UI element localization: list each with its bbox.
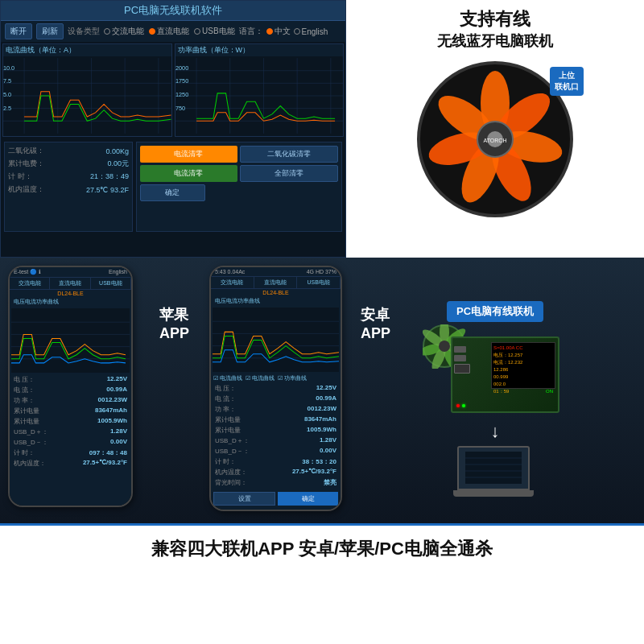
pc-wired-section: PC电脑有线联机 <box>354 301 636 497</box>
circuit-display: S=01.00A CC 电压：12.257 电流：12.232 12.286 0… <box>491 342 555 389</box>
power-chart-svg: 2000 1750 1250 750 <box>175 56 344 135</box>
power-chart-grid: 2000 1750 1250 750 <box>175 56 344 135</box>
circuit-area: PC电脑有线联机 <box>354 266 636 515</box>
android-status-bar: 5:43 0.04Ac 4G HD 37% <box>211 267 341 277</box>
apple-tab-ac[interactable]: 交流电能 <box>10 278 50 289</box>
apple-energy-row: 累计电量 1005.9Wh <box>10 416 131 427</box>
top-section: PC电脑无线联机软件 断开 刷新 设备类型 交流电能 直流电能 <box>0 0 644 258</box>
android-phone-tabs: 交流电能 直流电能 USB电能 <box>211 277 341 289</box>
display-line2: 电压：12.257 <box>493 352 553 359</box>
lang-en-option[interactable]: English <box>294 27 328 36</box>
middle-section: E-test 🔵 ℹ English 交流电能 直流电能 USB电能 DL24-… <box>0 258 644 523</box>
apple-device-label: DL24-BLE <box>10 290 131 297</box>
product-title-line2: 无线蓝牙电脑联机 <box>437 31 553 51</box>
bottom-banner-text: 兼容四大联机APP 安卓/苹果/PC电脑全通杀 <box>151 537 493 561</box>
svg-text:750: 750 <box>175 105 185 112</box>
lang-group: 语言： 中文 English <box>239 26 328 37</box>
android-usbdplus-row: USB_D＋： 1.28V <box>211 436 341 446</box>
display-line3: 电流：12.232 <box>493 359 553 366</box>
lang-cn-option[interactable]: 中文 <box>266 26 291 37</box>
refresh-button[interactable]: 刷新 <box>36 23 64 39</box>
product-title-line1: 支持有线 <box>460 8 530 31</box>
upper-computer-badge: 上位联机口 <box>550 67 584 96</box>
android-tab-usb[interactable]: USB电能 <box>297 277 341 288</box>
current-chart-title: 电流曲线（单位：A） <box>3 44 171 56</box>
temp-value: 27.5℃ 93.2F <box>86 186 129 194</box>
android-legend: ☑ 电流曲线 ☑ 电流曲线 ☑ 功率曲线 <box>211 374 341 383</box>
apple-temp-row: 机内温度： 27.5+℃/93.2°F <box>10 458 131 469</box>
laptop-screen-svg <box>465 452 522 484</box>
ok-btn[interactable]: 确定 <box>140 184 205 201</box>
display-line5: 00.999 <box>493 374 553 381</box>
circuit-board: S=01.00A CC 电压：12.257 电流：12.232 12.286 0… <box>451 336 559 413</box>
apple-status-bar: E-test 🔵 ℹ English <box>10 267 131 278</box>
apple-tab-usb[interactable]: USB电能 <box>91 278 131 289</box>
device-type-group: 交流电能 直流电能 USB电能 <box>104 26 235 37</box>
display-line4: 12.286 <box>493 366 553 374</box>
connectors <box>454 346 470 374</box>
total-cost-row: 累计电费： 0.00元 <box>8 159 129 169</box>
pc-toolbar: 断开 刷新 设备类型 交流电能 直流电能 USB电能 <box>1 21 345 42</box>
info-left-panel: 二氧化碳： 0.00Kg 累计电费： 0.00元 计 时： 21：38：49 机… <box>4 142 133 232</box>
time-value: 21：38：49 <box>90 171 129 182</box>
upper-computer-text: 上位联机口 <box>555 71 579 91</box>
android-tab-dc[interactable]: 直流电能 <box>254 277 298 288</box>
android-status-left: 5:43 0.04Ac <box>215 269 245 275</box>
apple-phone-screen: E-test 🔵 ℹ English 交流电能 直流电能 USB电能 DL24-… <box>10 267 131 506</box>
display-line7: 01：59 ON <box>493 388 553 395</box>
svg-text:1250: 1250 <box>175 91 188 98</box>
current-clear-btn[interactable]: 电流清零 <box>140 146 237 163</box>
display-line6: 002.0 <box>493 381 553 388</box>
device-usb-radio <box>194 28 200 35</box>
device-dc-option[interactable]: 直流电能 <box>149 26 189 37</box>
device-dc-label: 直流电能 <box>157 26 189 37</box>
co2-value: 0.00Kg <box>105 147 129 155</box>
android-current-row: 电 流： 00.99A <box>211 394 341 404</box>
svg-text:ATORCH: ATORCH <box>484 138 507 143</box>
device-ac-radio <box>104 28 110 35</box>
device-ac-option[interactable]: 交流电能 <box>104 26 144 37</box>
current-chart-svg: 10.0 7.5 5.0 2.5 <box>3 56 171 135</box>
lang-cn-radio <box>266 28 273 35</box>
apple-chart-svg <box>11 308 130 373</box>
lang-en-radio <box>294 28 300 35</box>
leds <box>456 404 465 407</box>
apple-timer-row: 计 时： 097：48：48 <box>10 448 131 458</box>
global-clear-btn[interactable]: 全部清零 <box>240 165 339 182</box>
android-energy-row: 累计电量 1005.9Wh <box>211 425 341 436</box>
apple-voltage-row: 电 压： 12.25V <box>10 374 131 385</box>
android-settings-btn[interactable]: 设置 <box>213 492 275 506</box>
total-cost-label: 累计电费： <box>8 159 44 169</box>
apple-power-row: 功 率： 0012.23W <box>10 395 131 406</box>
apple-tab-dc[interactable]: 直流电能 <box>50 278 90 289</box>
android-tab-ac[interactable]: 交流电能 <box>211 277 254 288</box>
pc-wired-label: PC电脑有线联机 <box>447 301 543 322</box>
temp-label: 机内温度： <box>8 184 44 195</box>
current-set-btn[interactable]: 电流清零 <box>140 165 237 182</box>
android-capacity-row: 累计电量 83647mAh <box>211 415 341 425</box>
lang-en-label: English <box>302 27 328 36</box>
btn-row-2: 电流清零 全部清零 <box>140 165 338 182</box>
info-right-panel: 电流清零 二氧化碳清零 电流清零 全部清零 确定 <box>136 142 342 232</box>
device-type-label: 设备类型 <box>68 26 100 37</box>
co2-row: 二氧化碳： 0.00Kg <box>8 146 129 156</box>
pc-title-text: PC电脑无线联机软件 <box>124 4 222 16</box>
android-status-right: 4G HD 37% <box>307 269 336 275</box>
android-phone-screen: 5:43 0.04Ac 4G HD 37% 交流电能 直流电能 USB电能 DL… <box>211 267 341 510</box>
time-label: 计 时： <box>8 171 32 182</box>
apple-phone-frame: E-test 🔵 ℹ English 交流电能 直流电能 USB电能 DL24-… <box>8 266 133 507</box>
arrow-down: ↓ <box>491 421 500 442</box>
android-confirm-btn[interactable]: 确定 <box>278 492 338 506</box>
apple-status-left: E-test 🔵 ℹ <box>14 269 41 275</box>
android-timer-row: 计 时： 38：53：20 <box>211 456 341 467</box>
info-panel: 二氧化碳： 0.00Kg 累计电费： 0.00元 计 时： 21：38：49 机… <box>1 138 345 235</box>
disconnect-button[interactable]: 断开 <box>5 23 32 39</box>
android-backlight-row: 背光时间： 禁亮 <box>211 477 341 488</box>
device-usb-option[interactable]: USB电能 <box>194 26 235 37</box>
time-row: 计 时： 21：38：49 <box>8 171 129 182</box>
laptop-container <box>457 446 534 497</box>
display-line1: S=01.00A CC <box>493 345 553 352</box>
current-chart-grid: 10.0 7.5 5.0 2.5 <box>3 56 171 135</box>
co2-clear-btn[interactable]: 二氧化碳清零 <box>240 146 339 163</box>
android-chart-area <box>213 308 339 372</box>
